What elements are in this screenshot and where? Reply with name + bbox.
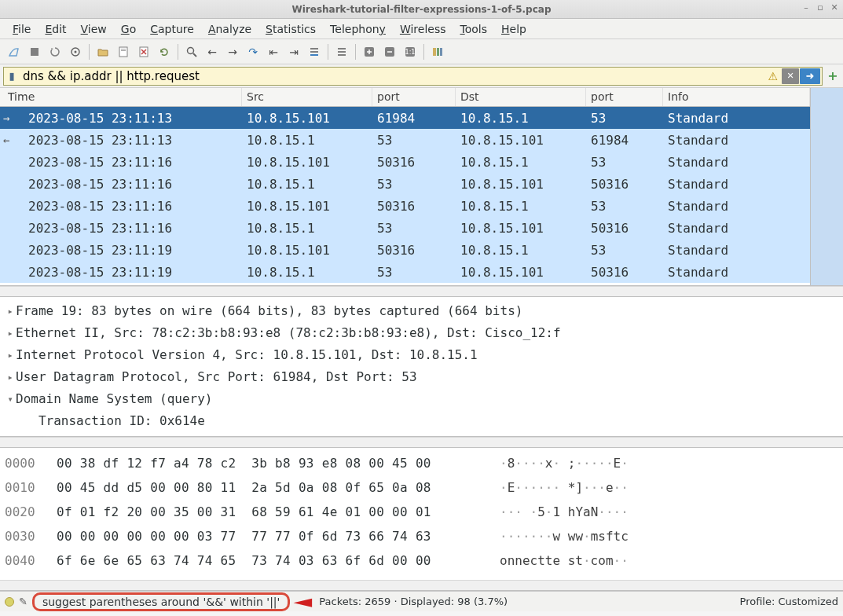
jump-to-icon[interactable]: ↷	[244, 42, 262, 61]
maximize-icon[interactable]: ▫	[815, 2, 826, 13]
hex-row[interactable]: 001000 45 dd d5 00 00 80 11 2a 5d 0a 08 …	[5, 475, 838, 500]
capture-options-icon[interactable]	[66, 42, 85, 61]
menu-go[interactable]: Go	[115, 20, 142, 38]
packet-row[interactable]: 2023-08-15 23:11:1610.8.15.1015031610.8.…	[0, 195, 810, 217]
close-file-icon[interactable]	[134, 42, 153, 61]
go-back-icon[interactable]: ←	[203, 42, 222, 61]
cell-src: 10.8.15.101	[242, 111, 372, 126]
packet-row[interactable]: 2023-08-15 23:11:1610.8.15.15310.8.15.10…	[0, 217, 810, 239]
svg-point-2	[75, 50, 77, 53]
column-header-info[interactable]: Info	[663, 88, 810, 106]
menu-file[interactable]: File	[6, 20, 37, 38]
packet-bytes-pane[interactable]: 000000 38 df 12 f7 a4 78 c2 3b b8 93 e8 …	[0, 448, 843, 580]
menu-statistics[interactable]: Statistics	[259, 20, 322, 38]
packet-row[interactable]: 2023-08-15 23:11:1910.8.15.1015031610.8.…	[0, 239, 810, 261]
clear-filter-button[interactable]: ✕	[782, 68, 799, 84]
stop-capture-icon[interactable]	[25, 42, 44, 61]
restart-capture-icon[interactable]	[46, 42, 64, 61]
zoom-out-icon[interactable]	[380, 42, 399, 61]
packet-details-pane[interactable]: ▸Frame 19: 83 bytes on wire (664 bits), …	[0, 297, 843, 437]
cell-info: Standard	[663, 265, 810, 280]
packet-row[interactable]: 2023-08-15 23:11:1610.8.15.15310.8.15.10…	[0, 173, 810, 195]
hex-offset: 0000	[5, 451, 57, 475]
hex-bytes: 0f 01 f2 20 00 35 00 31 68 59 61 4e 01 0…	[57, 500, 500, 524]
expand-toggle-icon[interactable]: ▾	[5, 388, 16, 410]
svg-rect-10	[310, 51, 318, 53]
add-filter-expression-button[interactable]: +	[826, 68, 840, 83]
edit-comment-icon[interactable]: ✎	[19, 596, 27, 607]
status-packet-counts: Packets: 2659 · Displayed: 98 (3.7%)	[319, 596, 508, 607]
cell-dst: 10.8.15.101	[456, 265, 586, 280]
hex-row[interactable]: 00200f 01 f2 20 00 35 00 31 68 59 61 4e …	[5, 500, 838, 524]
column-header-dport[interactable]: port	[586, 88, 663, 106]
highlight-arrow-icon: ◄	[294, 592, 313, 611]
cell-dst: 10.8.15.101	[456, 221, 586, 236]
packet-row[interactable]: 2023-08-15 23:11:1610.8.15.1015031610.8.…	[0, 151, 810, 173]
cell-dport: 50316	[586, 265, 663, 280]
bookmark-icon[interactable]: ▮	[4, 70, 20, 82]
detail-row[interactable]: Transaction ID: 0x614e	[5, 410, 838, 432]
expert-info-icon[interactable]	[5, 597, 14, 607]
colorize-icon[interactable]	[332, 42, 351, 61]
detail-row[interactable]: ▸Frame 19: 83 bytes on wire (664 bits), …	[5, 300, 838, 322]
cell-dst: 10.8.15.1	[456, 155, 586, 170]
display-filter-input[interactable]	[20, 69, 764, 83]
hex-row[interactable]: 000000 38 df 12 f7 a4 78 c2 3b b8 93 e8 …	[5, 451, 838, 475]
shark-fin-icon[interactable]	[5, 42, 24, 61]
menu-edit[interactable]: Edit	[38, 20, 72, 38]
cell-sport: 53	[372, 177, 456, 192]
zoom-reset-icon[interactable]: 1:1	[401, 42, 420, 61]
bytes-hscroll[interactable]	[0, 580, 843, 591]
packet-row[interactable]: ←2023-08-15 23:11:1310.8.15.15310.8.15.1…	[0, 129, 810, 151]
column-header-time[interactable]: Time	[0, 88, 242, 106]
expand-toggle-icon[interactable]: ▸	[5, 300, 16, 322]
menu-analyze[interactable]: Analyze	[202, 20, 258, 38]
auto-scroll-icon[interactable]	[305, 42, 324, 61]
close-icon[interactable]: ✕	[829, 2, 840, 13]
go-last-icon[interactable]: ⇥	[284, 42, 303, 61]
find-icon[interactable]	[182, 42, 201, 61]
detail-row[interactable]: ▸Internet Protocol Version 4, Src: 10.8.…	[5, 344, 838, 366]
menu-wireless[interactable]: Wireless	[394, 20, 453, 38]
expand-toggle-icon[interactable]: ▸	[5, 366, 16, 388]
go-forward-icon[interactable]: →	[223, 42, 242, 61]
reload-file-icon[interactable]	[155, 42, 174, 61]
detail-row[interactable]: ▸User Datagram Protocol, Src Port: 61984…	[5, 366, 838, 388]
go-first-icon[interactable]: ⇤	[264, 42, 283, 61]
column-header-sport[interactable]: port	[372, 88, 456, 106]
detail-row[interactable]: ▾Domain Name System (query)	[5, 388, 838, 410]
zoom-in-icon[interactable]	[360, 42, 379, 61]
detail-row[interactable]: ▸Ethernet II, Src: 78:c2:3b:b8:93:e8 (78…	[5, 322, 838, 344]
menu-telephony[interactable]: Telephony	[324, 20, 392, 38]
menu-view[interactable]: View	[75, 20, 113, 38]
save-file-icon[interactable]	[114, 42, 133, 61]
hex-row[interactable]: 00406f 6e 6e 65 63 74 74 65 73 74 03 63 …	[5, 548, 838, 573]
packet-row[interactable]: 2023-08-15 23:11:1910.8.15.15310.8.15.10…	[0, 261, 810, 283]
menu-tools[interactable]: Tools	[454, 20, 494, 38]
packet-list-scrollbar[interactable]	[810, 88, 843, 285]
cell-sport: 50316	[372, 155, 456, 170]
profile-selector[interactable]: Profile: Customized	[740, 596, 838, 607]
expand-toggle-icon[interactable]: ▸	[5, 344, 16, 366]
menu-capture[interactable]: Capture	[144, 20, 200, 38]
packet-list-header: Time Src port Dst port Info	[0, 88, 810, 107]
warning-icon: ⚠	[764, 70, 781, 82]
cell-src: 10.8.15.1	[242, 221, 372, 236]
open-file-icon[interactable]	[93, 42, 112, 61]
resize-columns-icon[interactable]	[428, 42, 447, 61]
apply-filter-button[interactable]: ➜	[800, 68, 820, 84]
column-header-dst[interactable]: Dst	[456, 88, 586, 106]
menu-help[interactable]: Help	[495, 20, 533, 38]
expand-toggle-icon[interactable]: ▸	[5, 322, 16, 344]
column-header-src[interactable]: Src	[242, 88, 372, 106]
details-hscroll[interactable]	[0, 437, 843, 448]
filter-bar: ▮ ⚠ ✕ ➜ +	[0, 64, 843, 88]
expert-info-message[interactable]: suggest parentheses around '&&' within '…	[32, 592, 291, 611]
cell-dport: 53	[586, 155, 663, 170]
packet-list-hscroll[interactable]	[0, 286, 843, 297]
minimize-icon[interactable]: –	[801, 2, 812, 13]
row-direction-icon: →	[0, 112, 24, 124]
packet-row[interactable]: →2023-08-15 23:11:1310.8.15.1016198410.8…	[0, 107, 810, 129]
hex-row[interactable]: 003000 00 00 00 00 00 03 77 77 77 0f 6d …	[5, 524, 838, 548]
cell-sport: 50316	[372, 199, 456, 214]
